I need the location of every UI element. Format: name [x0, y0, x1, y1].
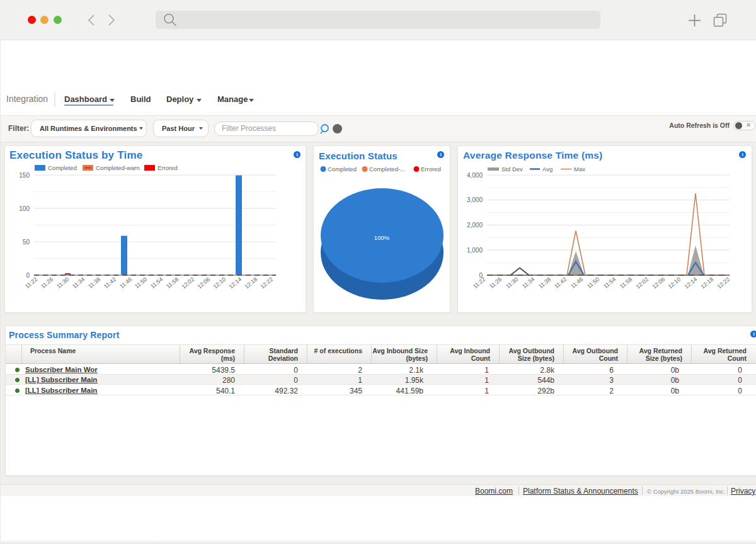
- svg-text:11:30: 11:30: [505, 276, 519, 290]
- svg-text:100: 100: [19, 205, 30, 212]
- svg-text:Errored: Errored: [421, 166, 441, 173]
- svg-text:150: 150: [19, 172, 30, 179]
- svg-text:12:10: 12:10: [667, 276, 682, 290]
- svg-text:11:54: 11:54: [602, 276, 617, 290]
- svg-text:11:30: 11:30: [55, 276, 70, 290]
- svg-text:50: 50: [23, 239, 30, 246]
- svg-text:Completed-...: Completed-...: [369, 166, 405, 173]
- svg-text:11:46: 11:46: [570, 276, 584, 290]
- svg-text:11:50: 11:50: [586, 276, 600, 290]
- svg-text:11:38: 11:38: [87, 276, 101, 290]
- svg-text:11:54: 11:54: [149, 276, 164, 290]
- svg-text:11:38: 11:38: [537, 276, 552, 290]
- svg-text:11:22: 11:22: [472, 276, 486, 290]
- svg-text:Completed: Completed: [328, 166, 357, 173]
- svg-text:Max: Max: [574, 166, 585, 173]
- svg-text:4,000: 4,000: [467, 172, 483, 179]
- svg-text:100%: 100%: [374, 234, 390, 241]
- svg-text:Avg: Avg: [542, 166, 553, 173]
- svg-text:12:22: 12:22: [716, 276, 731, 290]
- svg-text:12:18: 12:18: [700, 276, 715, 290]
- svg-text:11:50: 11:50: [134, 276, 148, 290]
- svg-text:12:10: 12:10: [212, 276, 227, 290]
- svg-text:0: 0: [26, 272, 30, 279]
- svg-text:11:26: 11:26: [488, 276, 503, 290]
- svg-text:12:06: 12:06: [651, 276, 667, 290]
- svg-text:11:42: 11:42: [103, 276, 117, 290]
- svg-text:11:26: 11:26: [40, 276, 54, 290]
- svg-text:12:14: 12:14: [228, 276, 243, 290]
- svg-text:11:58: 11:58: [619, 276, 633, 290]
- svg-text:12:14: 12:14: [684, 276, 699, 290]
- svg-text:12:22: 12:22: [260, 276, 275, 290]
- svg-text:12:06: 12:06: [197, 276, 212, 290]
- svg-text:12:02: 12:02: [181, 276, 196, 290]
- svg-text:Std Dev: Std Dev: [501, 166, 523, 173]
- svg-text:11:42: 11:42: [553, 276, 568, 290]
- svg-text:11:34: 11:34: [71, 276, 86, 290]
- svg-text:2,000: 2,000: [467, 222, 483, 229]
- svg-text:12:18: 12:18: [244, 276, 259, 290]
- svg-text:12:02: 12:02: [635, 276, 650, 290]
- svg-text:3,000: 3,000: [467, 196, 483, 203]
- svg-text:11:58: 11:58: [165, 276, 180, 290]
- svg-text:11:46: 11:46: [118, 276, 133, 290]
- svg-text:1,000: 1,000: [467, 247, 483, 254]
- svg-text:11:34: 11:34: [521, 276, 536, 290]
